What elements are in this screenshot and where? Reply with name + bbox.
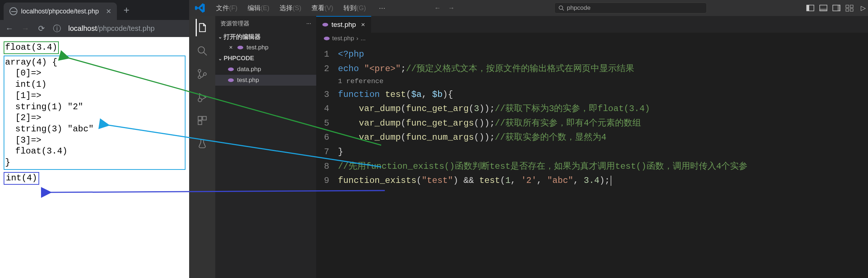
chevron-right-icon: › — [356, 35, 359, 42]
layout-primary-icon[interactable] — [806, 4, 814, 12]
array-row: [2]=> — [5, 113, 183, 124]
source-control-icon[interactable] — [196, 68, 209, 81]
output-array-box: array(4) { [0]=> int(1) [1]=> string(1) … — [4, 56, 186, 170]
svg-point-14 — [198, 70, 201, 73]
forward-button[interactable]: → — [21, 24, 30, 33]
reload-button[interactable]: ⟳ — [37, 24, 46, 33]
editor-area: test.php × test.php › ... 1<?php 2echo "… — [316, 16, 868, 278]
array-row: [0]=> — [5, 68, 183, 79]
svg-rect-18 — [198, 116, 202, 120]
svg-rect-3 — [807, 5, 809, 11]
nav-forward-icon[interactable]: → — [448, 4, 455, 12]
vscode-window: 文件(F) 编辑(E) 选择(S) 查看(V) 转到(G) ··· ← → ph… — [189, 0, 868, 278]
layout-secondary-icon[interactable] — [832, 4, 840, 12]
new-tab-button[interactable]: + — [123, 4, 129, 16]
site-info-icon[interactable]: ⓘ — [53, 23, 61, 34]
array-row: string(1) "2" — [5, 102, 183, 113]
browser-toolbar: ← → ⟳ ⓘ localhost/phpcode/test.php — [0, 20, 189, 37]
svg-point-15 — [198, 76, 201, 79]
vscode-logo-icon — [194, 2, 206, 14]
url-path: /phpcode/test.php — [97, 24, 155, 32]
code-editor[interactable]: 1<?php 2echo "<pre>";//预定义格式文本，按原文件的输出格式… — [316, 44, 868, 188]
browser-window: localhost/phpcode/test.php × + ← → ⟳ ⓘ l… — [0, 0, 189, 278]
menu-edit[interactable]: 编辑(E) — [243, 4, 274, 12]
menu-more[interactable]: ··· — [374, 4, 391, 12]
menu-view[interactable]: 查看(V) — [306, 4, 338, 12]
page-content: float(3.4) array(4) { [0]=> int(1) [1]=>… — [0, 37, 189, 278]
sidebar: 资源管理器 ··· ⌄打开的编辑器 × test.php ⌄PHPCODE da… — [215, 16, 316, 278]
search-icon — [558, 5, 564, 11]
svg-line-13 — [204, 52, 207, 56]
svg-point-16 — [204, 73, 207, 75]
code-lens[interactable]: 1 reference — [338, 76, 868, 87]
close-icon[interactable]: × — [228, 44, 234, 51]
search-icon[interactable] — [196, 44, 209, 57]
layout-controls — [806, 4, 853, 12]
svg-point-17 — [198, 98, 202, 102]
php-icon — [237, 45, 244, 50]
run-debug-icon[interactable] — [196, 91, 209, 104]
svg-line-1 — [562, 9, 564, 11]
open-editors-section[interactable]: ⌄打开的编辑器 — [215, 31, 316, 42]
run-icon[interactable]: ▷ — [861, 4, 866, 12]
browser-tab-title: localhost/phpcode/test.php — [21, 8, 99, 15]
array-row: float(3.4) — [5, 146, 183, 157]
url-host: localhost — [68, 24, 97, 32]
menu-selection[interactable]: 选择(S) — [274, 4, 306, 12]
php-icon — [228, 67, 234, 72]
svg-rect-10 — [846, 9, 849, 11]
editor-tabbar: test.php × — [316, 16, 868, 33]
back-button[interactable]: ← — [5, 24, 14, 33]
svg-point-12 — [198, 47, 205, 53]
file-item[interactable]: data.php — [215, 64, 316, 75]
array-row: [3]=> — [5, 135, 183, 146]
array-row: int(1) — [5, 79, 183, 90]
menu-go[interactable]: 转到(G) — [338, 4, 371, 12]
output-int: int(4) — [4, 172, 39, 185]
project-section[interactable]: ⌄PHPCODE — [215, 53, 316, 64]
svg-point-23 — [228, 78, 234, 82]
svg-rect-11 — [850, 9, 853, 11]
globe-icon — [9, 7, 17, 15]
sidebar-more-icon[interactable]: ··· — [306, 20, 311, 27]
close-icon[interactable]: × — [106, 6, 111, 16]
address-bar[interactable]: localhost/phpcode/test.php — [68, 24, 155, 33]
close-icon[interactable]: × — [361, 21, 365, 29]
layout-customize-icon[interactable] — [845, 4, 853, 12]
explorer-icon[interactable] — [196, 21, 209, 34]
breadcrumb[interactable]: test.php › ... — [316, 33, 868, 44]
svg-point-25 — [324, 37, 330, 40]
svg-point-0 — [559, 6, 563, 9]
php-icon — [322, 22, 329, 27]
svg-rect-8 — [846, 5, 849, 8]
array-row: string(3) "abc" — [5, 124, 183, 135]
activity-bar — [189, 16, 215, 278]
svg-point-22 — [228, 68, 234, 71]
output-float: float(3.4) — [4, 41, 59, 54]
svg-rect-5 — [820, 9, 827, 11]
file-item[interactable]: test.php — [215, 75, 316, 86]
search-text: phpcode — [567, 4, 591, 12]
browser-tab[interactable]: localhost/phpcode/test.php × — [4, 3, 117, 20]
command-center[interactable]: phpcode — [455, 3, 806, 13]
text-cursor — [611, 176, 611, 186]
menu-file[interactable]: 文件(F) — [211, 4, 243, 12]
browser-tabstrip: localhost/phpcode/test.php × + — [0, 0, 189, 20]
svg-rect-20 — [198, 121, 202, 124]
open-editor-item[interactable]: × test.php — [215, 42, 316, 53]
svg-rect-9 — [850, 5, 853, 8]
titlebar-nav: ← → — [434, 4, 455, 12]
nav-back-icon[interactable]: ← — [434, 4, 441, 12]
array-header: array(4) { — [5, 57, 183, 68]
php-icon — [323, 36, 330, 41]
titlebar: 文件(F) 编辑(E) 选择(S) 查看(V) 转到(G) ··· ← → ph… — [189, 0, 868, 16]
array-row: [1]=> — [5, 90, 183, 102]
extensions-icon[interactable] — [196, 114, 209, 127]
editor-tab[interactable]: test.php × — [316, 16, 371, 33]
svg-point-24 — [322, 23, 328, 26]
svg-rect-7 — [838, 5, 840, 11]
layout-panel-icon[interactable] — [819, 4, 827, 12]
testing-icon[interactable] — [196, 137, 209, 150]
array-close: } — [5, 157, 183, 168]
svg-rect-19 — [203, 116, 206, 120]
